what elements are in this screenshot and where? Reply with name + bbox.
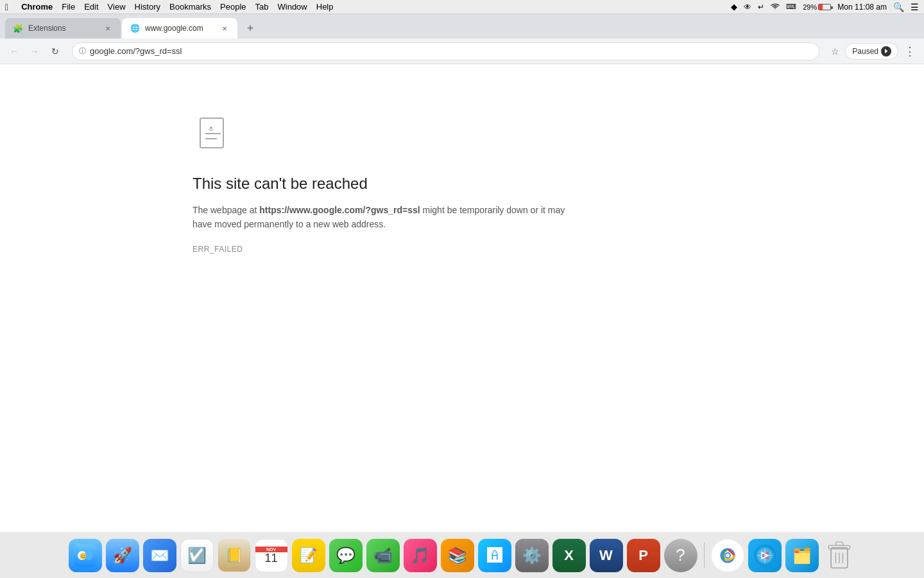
menu-view[interactable]: View	[108, 2, 126, 12]
tab-bar: 🧩 Extensions ✕ 🌐 www.google.com ✕ +	[0, 14, 924, 39]
menu-bookmarks[interactable]: Bookmarks	[169, 2, 211, 12]
svg-rect-20	[835, 541, 843, 545]
dock-calendar[interactable]: NOV 11	[255, 539, 288, 572]
dock-contacts[interactable]: 📒	[218, 539, 251, 572]
menu-chrome[interactable]: Chrome	[21, 2, 53, 12]
dock-facetime[interactable]: 📹	[366, 539, 400, 572]
svg-point-11	[726, 554, 730, 557]
paused-label: Paused	[852, 47, 878, 56]
error-url: https://www.google.com/?gws_rd=ssl	[259, 205, 420, 215]
dock-music[interactable]: 🎵	[404, 539, 437, 572]
dock-finder[interactable]: 😊	[69, 539, 102, 572]
toolbar: ← → ↻ ⓘ google.com/?gws_rd=ssl ☆ Paused …	[0, 39, 924, 64]
battery-indicator: 29%	[803, 3, 831, 11]
dock-help[interactable]: ?	[664, 539, 697, 572]
dock-powerpoint[interactable]: P	[627, 539, 660, 572]
dock-excel[interactable]: X	[552, 539, 586, 572]
address-text: google.com/?gws_rd=ssl	[90, 46, 812, 56]
menu-tab[interactable]: Tab	[255, 2, 269, 12]
notification-icon[interactable]: ☰	[911, 2, 919, 12]
paused-button[interactable]: Paused	[845, 43, 898, 60]
new-tab-button[interactable]: +	[241, 19, 259, 37]
dock-notes[interactable]: 📝	[292, 539, 325, 572]
tab-google-close[interactable]: ✕	[219, 23, 230, 33]
wifi-icon[interactable]	[771, 3, 780, 12]
error-code: ERR_FAILED	[193, 245, 578, 254]
keyboard-brightness-icon: ⌨	[786, 3, 796, 11]
dock-files[interactable]: 🗂️	[785, 539, 819, 572]
error-title: This site can't be reached	[193, 175, 578, 193]
google-favicon: 🌐	[130, 23, 140, 33]
chrome-menu-button[interactable]: ⋮	[901, 42, 919, 60]
dock-divider	[704, 543, 705, 568]
dock-messages[interactable]: 💬	[329, 539, 363, 572]
paused-icon	[881, 46, 891, 57]
tab-google[interactable]: 🌐 www.google.com ✕	[122, 18, 237, 39]
reload-button[interactable]: ↻	[46, 42, 64, 60]
dock: 😊 🚀 ✉️ ☑️ 📒 NOV 11 📝 💬 📹 🎵 📚 🅰	[0, 532, 924, 578]
address-bar[interactable]: ⓘ google.com/?gws_rd=ssl	[72, 42, 819, 60]
dock-books[interactable]: 📚	[441, 539, 474, 572]
page-content: This site can't be reached The webpage a…	[0, 64, 924, 578]
error-icon	[193, 116, 234, 157]
dock-word[interactable]: W	[590, 539, 623, 572]
dock-chrome[interactable]	[711, 539, 744, 572]
datetime: Mon 11:08 am	[837, 3, 887, 12]
security-icon: ⓘ	[79, 46, 86, 56]
menu-help[interactable]: Help	[316, 2, 334, 12]
menu-people[interactable]: People	[220, 2, 246, 12]
tab-extensions-title: Extensions	[28, 24, 98, 33]
svg-point-3	[210, 127, 212, 129]
menu-file[interactable]: File	[62, 2, 75, 12]
extensions-favicon: 🧩	[13, 23, 23, 33]
tab-google-title: www.google.com	[145, 24, 214, 33]
chrome-window: 🧩 Extensions ✕ 🌐 www.google.com ✕ + ← → …	[0, 14, 924, 578]
search-icon[interactable]: 🔍	[893, 2, 904, 12]
bookmark-button[interactable]: ☆	[827, 44, 843, 59]
menu-history[interactable]: History	[135, 2, 160, 12]
svg-text:😊: 😊	[80, 552, 87, 560]
forward-button[interactable]: →	[26, 42, 44, 60]
dock-trash[interactable]	[823, 539, 856, 572]
dock-safari[interactable]	[748, 539, 782, 572]
back-button[interactable]: ←	[5, 42, 23, 60]
error-description: The webpage at https://www.google.com/?g…	[193, 203, 578, 232]
dock-system-preferences[interactable]: ⚙️	[515, 539, 549, 572]
tab-extensions[interactable]: 🧩 Extensions ✕	[5, 18, 121, 39]
dock-mail[interactable]: ✉️	[143, 539, 176, 572]
dock-launchpad[interactable]: 🚀	[106, 539, 139, 572]
apple-menu[interactable]: 	[5, 2, 8, 12]
menu-edit[interactable]: Edit	[84, 2, 98, 12]
bluetooth-icon[interactable]: ↵	[758, 3, 764, 12]
error-description-prefix: The webpage at	[193, 205, 259, 215]
menubar:  Chrome File Edit View History Bookmark…	[0, 0, 924, 14]
dock-reminders[interactable]: ☑️	[180, 539, 214, 572]
error-container: This site can't be reached The webpage a…	[193, 116, 578, 578]
menu-window[interactable]: Window	[278, 2, 307, 12]
dock-appstore[interactable]: 🅰	[478, 539, 511, 572]
screentime-icon[interactable]: 👁	[744, 3, 751, 12]
dropbox-icon[interactable]: ◆	[731, 2, 737, 12]
tab-extensions-close[interactable]: ✕	[103, 23, 113, 33]
